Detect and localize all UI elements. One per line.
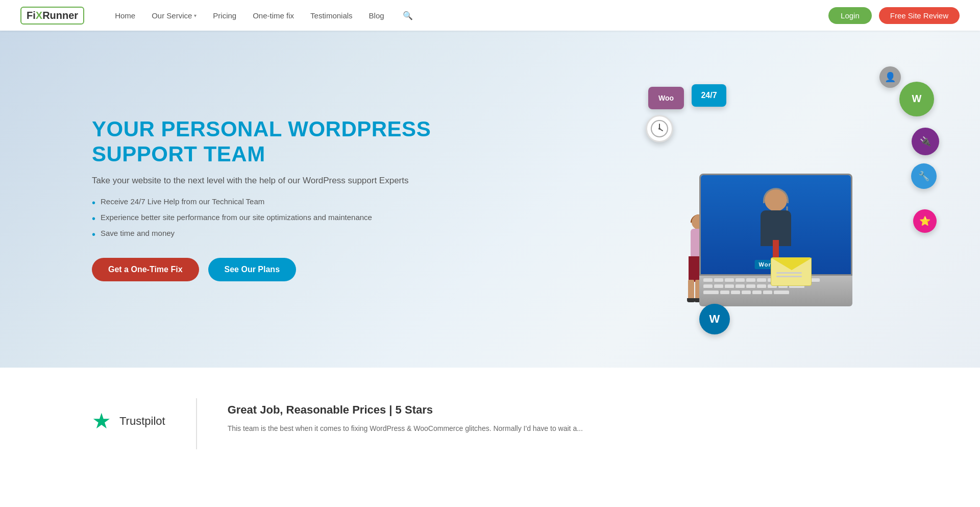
lower-section: ★ Trustpilot Great Job, Reasonable Price… [0, 368, 980, 480]
envelope-body [771, 257, 812, 286]
logo[interactable]: FiXRunner [20, 7, 84, 25]
logo-x: X [36, 10, 42, 21]
keyboard-key [703, 284, 713, 288]
keyboard-key [742, 291, 751, 295]
laptop-illustration: WordPress [684, 174, 878, 317]
nav-testimonials[interactable]: Testimonials [310, 11, 353, 20]
plugin-pink-icon: ⭐ [913, 209, 937, 233]
clock-icon [646, 115, 673, 142]
tool-blue-icon: 🔧 [911, 163, 937, 189]
woo-badge-icon: Woo [648, 87, 684, 109]
see-plans-button[interactable]: See Our Plans [208, 258, 297, 281]
login-button[interactable]: Login [828, 7, 872, 24]
keyboard-key [763, 291, 772, 295]
hero-section: YOUR PERSONAL WORDPRESS SUPPORT TEAM Tak… [0, 31, 980, 368]
plugin-purple-icon: 🔌 [912, 128, 939, 155]
wp-circle-icon: W [699, 304, 730, 334]
nav-home[interactable]: Home [115, 11, 135, 20]
keyboard-key [757, 278, 766, 282]
free-site-review-button[interactable]: Free Site Review [879, 7, 960, 24]
logo-runner: Runner [42, 10, 78, 21]
keyboard-key [736, 284, 745, 288]
nav-blog[interactable]: Blog [369, 11, 384, 20]
keyboard-key [714, 278, 723, 282]
hero-bullet-list: Receive 24/7 Live Help from our Technica… [92, 197, 449, 239]
svg-point-3 [658, 128, 660, 130]
testimonial-title: Great Job, Reasonable Prices | 5 Stars [228, 403, 888, 417]
testimonial-section: Great Job, Reasonable Prices | 5 Stars T… [228, 398, 888, 435]
keyboard-key [752, 291, 762, 295]
keyboard-key [725, 278, 734, 282]
svg-text:W: W [709, 312, 720, 325]
svg-text:W: W [912, 93, 922, 104]
hero-bullet-3: Save time and money [92, 229, 449, 239]
trustpilot-label: Trustpilot [119, 415, 165, 428]
wordpress-circle-icon: W [899, 82, 934, 116]
hero-bullet-2: Experience better site performance from … [92, 213, 449, 224]
header-actions: Login Free Site Review [828, 7, 960, 24]
keyboard-key [703, 278, 713, 282]
section-divider [196, 398, 197, 449]
hero-title: YOUR PERSONAL WORDPRESS SUPPORT TEAM [92, 117, 449, 166]
keyboard-key [757, 284, 766, 288]
hero-buttons: Get a One-Time Fix See Our Plans [92, 258, 449, 281]
247-badge-icon: 24/7 [692, 84, 726, 107]
nav-one-time-fix[interactable]: One-time fix [253, 11, 294, 20]
keyboard-key [731, 291, 740, 295]
header: FiXRunner Home Our Service ▾ Pricing One… [0, 0, 980, 31]
keyboard-key-wide [703, 291, 719, 295]
hero-subtitle: Take your website to the next level with… [92, 176, 449, 186]
envelope-flap [771, 258, 812, 270]
trustpilot-star-icon: ★ [92, 408, 111, 433]
nav-pricing[interactable]: Pricing [213, 11, 236, 20]
main-nav: Home Our Service ▾ Pricing One-time fix … [115, 9, 828, 22]
person-headset-icon [763, 188, 789, 203]
hero-bullet-1: Receive 24/7 Live Help from our Technica… [92, 197, 449, 208]
person-body [761, 210, 791, 246]
logo-fix: Fi [27, 10, 36, 21]
woman-leg-left [688, 280, 694, 300]
keyboard-key [746, 278, 755, 282]
keyboard-key [714, 284, 723, 288]
keyboard-key [720, 291, 729, 295]
nav-our-service[interactable]: Our Service ▾ [152, 11, 197, 20]
envelope-line [776, 272, 802, 274]
hero-content: YOUR PERSONAL WORDPRESS SUPPORT TEAM Tak… [92, 117, 449, 281]
testimonial-text: This team is the best when it comes to f… [228, 423, 888, 435]
hero-illustration: Woo 24/7 👤 W 🔌 🔧 ⭐ [643, 66, 939, 332]
trustpilot-section: ★ Trustpilot [92, 398, 165, 433]
envelope-line [776, 276, 802, 277]
keyboard-key [725, 284, 734, 288]
support-person [745, 184, 806, 265]
one-time-fix-button[interactable]: Get a One-Time Fix [92, 258, 199, 281]
chevron-down-icon: ▾ [194, 13, 197, 18]
keyboard-key [811, 278, 820, 282]
plugin-gray-icon: 👤 [879, 66, 901, 88]
search-icon: 🔍 [403, 11, 413, 20]
keyboard-key [746, 284, 755, 288]
envelope-icon [771, 257, 812, 286]
keyboard-key [736, 278, 745, 282]
search-button[interactable]: 🔍 [401, 9, 415, 22]
keyboard-key-wide [774, 291, 789, 295]
